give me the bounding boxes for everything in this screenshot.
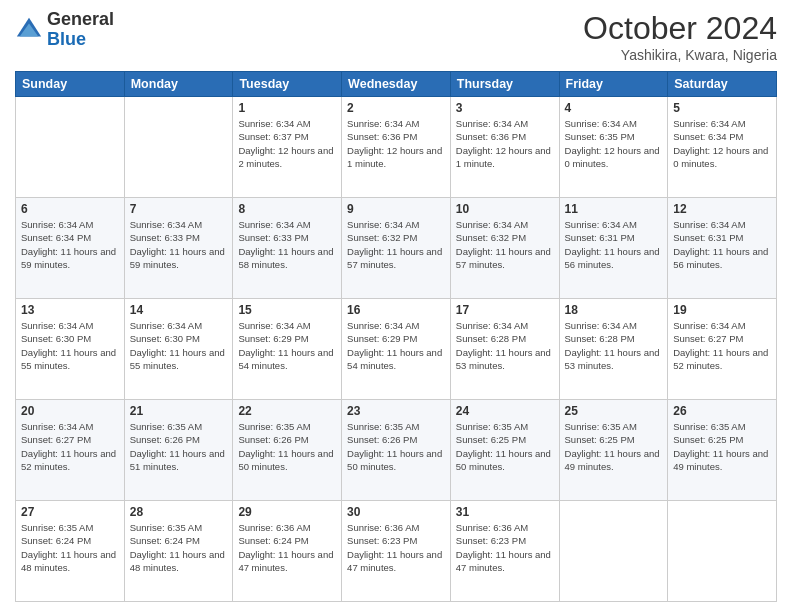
- day-info: Sunrise: 6:34 AMSunset: 6:34 PMDaylight:…: [673, 117, 771, 170]
- col-thursday: Thursday: [450, 72, 559, 97]
- week-row-0: 1Sunrise: 6:34 AMSunset: 6:37 PMDaylight…: [16, 97, 777, 198]
- day-cell: 20Sunrise: 6:34 AMSunset: 6:27 PMDayligh…: [16, 400, 125, 501]
- day-cell: 14Sunrise: 6:34 AMSunset: 6:30 PMDayligh…: [124, 299, 233, 400]
- day-cell: 6Sunrise: 6:34 AMSunset: 6:34 PMDaylight…: [16, 198, 125, 299]
- day-info: Sunrise: 6:35 AMSunset: 6:24 PMDaylight:…: [130, 521, 228, 574]
- day-info: Sunrise: 6:36 AMSunset: 6:24 PMDaylight:…: [238, 521, 336, 574]
- day-number: 30: [347, 505, 445, 519]
- month-title: October 2024: [583, 10, 777, 47]
- day-cell: 8Sunrise: 6:34 AMSunset: 6:33 PMDaylight…: [233, 198, 342, 299]
- title-block: October 2024 Yashikira, Kwara, Nigeria: [583, 10, 777, 63]
- day-info: Sunrise: 6:35 AMSunset: 6:25 PMDaylight:…: [673, 420, 771, 473]
- day-number: 21: [130, 404, 228, 418]
- day-cell: 27Sunrise: 6:35 AMSunset: 6:24 PMDayligh…: [16, 501, 125, 602]
- week-row-4: 27Sunrise: 6:35 AMSunset: 6:24 PMDayligh…: [16, 501, 777, 602]
- day-cell: 26Sunrise: 6:35 AMSunset: 6:25 PMDayligh…: [668, 400, 777, 501]
- col-monday: Monday: [124, 72, 233, 97]
- day-info: Sunrise: 6:34 AMSunset: 6:37 PMDaylight:…: [238, 117, 336, 170]
- day-cell: 2Sunrise: 6:34 AMSunset: 6:36 PMDaylight…: [342, 97, 451, 198]
- col-wednesday: Wednesday: [342, 72, 451, 97]
- day-number: 3: [456, 101, 554, 115]
- day-cell: 4Sunrise: 6:34 AMSunset: 6:35 PMDaylight…: [559, 97, 668, 198]
- day-info: Sunrise: 6:34 AMSunset: 6:33 PMDaylight:…: [130, 218, 228, 271]
- logo-general: General: [47, 9, 114, 29]
- day-info: Sunrise: 6:34 AMSunset: 6:28 PMDaylight:…: [456, 319, 554, 372]
- day-number: 20: [21, 404, 119, 418]
- day-number: 12: [673, 202, 771, 216]
- day-number: 11: [565, 202, 663, 216]
- day-number: 23: [347, 404, 445, 418]
- day-cell: 30Sunrise: 6:36 AMSunset: 6:23 PMDayligh…: [342, 501, 451, 602]
- col-saturday: Saturday: [668, 72, 777, 97]
- day-info: Sunrise: 6:34 AMSunset: 6:31 PMDaylight:…: [673, 218, 771, 271]
- day-number: 18: [565, 303, 663, 317]
- week-row-2: 13Sunrise: 6:34 AMSunset: 6:30 PMDayligh…: [16, 299, 777, 400]
- week-row-1: 6Sunrise: 6:34 AMSunset: 6:34 PMDaylight…: [16, 198, 777, 299]
- location: Yashikira, Kwara, Nigeria: [583, 47, 777, 63]
- logo-icon: [15, 16, 43, 44]
- day-info: Sunrise: 6:34 AMSunset: 6:35 PMDaylight:…: [565, 117, 663, 170]
- day-number: 10: [456, 202, 554, 216]
- day-cell: 29Sunrise: 6:36 AMSunset: 6:24 PMDayligh…: [233, 501, 342, 602]
- day-number: 7: [130, 202, 228, 216]
- day-cell: 16Sunrise: 6:34 AMSunset: 6:29 PMDayligh…: [342, 299, 451, 400]
- logo: General Blue: [15, 10, 114, 50]
- day-cell: 17Sunrise: 6:34 AMSunset: 6:28 PMDayligh…: [450, 299, 559, 400]
- day-cell: 23Sunrise: 6:35 AMSunset: 6:26 PMDayligh…: [342, 400, 451, 501]
- day-cell: 22Sunrise: 6:35 AMSunset: 6:26 PMDayligh…: [233, 400, 342, 501]
- day-number: 17: [456, 303, 554, 317]
- day-number: 19: [673, 303, 771, 317]
- day-info: Sunrise: 6:35 AMSunset: 6:26 PMDaylight:…: [238, 420, 336, 473]
- day-cell: 21Sunrise: 6:35 AMSunset: 6:26 PMDayligh…: [124, 400, 233, 501]
- day-number: 25: [565, 404, 663, 418]
- day-cell: 15Sunrise: 6:34 AMSunset: 6:29 PMDayligh…: [233, 299, 342, 400]
- col-tuesday: Tuesday: [233, 72, 342, 97]
- day-info: Sunrise: 6:36 AMSunset: 6:23 PMDaylight:…: [456, 521, 554, 574]
- day-info: Sunrise: 6:34 AMSunset: 6:29 PMDaylight:…: [238, 319, 336, 372]
- day-number: 6: [21, 202, 119, 216]
- day-info: Sunrise: 6:34 AMSunset: 6:31 PMDaylight:…: [565, 218, 663, 271]
- header: General Blue October 2024 Yashikira, Kwa…: [15, 10, 777, 63]
- day-info: Sunrise: 6:34 AMSunset: 6:30 PMDaylight:…: [130, 319, 228, 372]
- day-number: 9: [347, 202, 445, 216]
- day-cell: 24Sunrise: 6:35 AMSunset: 6:25 PMDayligh…: [450, 400, 559, 501]
- day-cell: 5Sunrise: 6:34 AMSunset: 6:34 PMDaylight…: [668, 97, 777, 198]
- day-number: 2: [347, 101, 445, 115]
- col-sunday: Sunday: [16, 72, 125, 97]
- day-cell: 11Sunrise: 6:34 AMSunset: 6:31 PMDayligh…: [559, 198, 668, 299]
- day-info: Sunrise: 6:35 AMSunset: 6:25 PMDaylight:…: [565, 420, 663, 473]
- day-info: Sunrise: 6:34 AMSunset: 6:32 PMDaylight:…: [456, 218, 554, 271]
- day-info: Sunrise: 6:34 AMSunset: 6:33 PMDaylight:…: [238, 218, 336, 271]
- day-number: 5: [673, 101, 771, 115]
- day-info: Sunrise: 6:36 AMSunset: 6:23 PMDaylight:…: [347, 521, 445, 574]
- day-number: 24: [456, 404, 554, 418]
- day-number: 14: [130, 303, 228, 317]
- day-cell: 28Sunrise: 6:35 AMSunset: 6:24 PMDayligh…: [124, 501, 233, 602]
- day-info: Sunrise: 6:34 AMSunset: 6:36 PMDaylight:…: [347, 117, 445, 170]
- day-number: 8: [238, 202, 336, 216]
- page: General Blue October 2024 Yashikira, Kwa…: [0, 0, 792, 612]
- day-info: Sunrise: 6:35 AMSunset: 6:24 PMDaylight:…: [21, 521, 119, 574]
- day-number: 31: [456, 505, 554, 519]
- day-info: Sunrise: 6:34 AMSunset: 6:30 PMDaylight:…: [21, 319, 119, 372]
- calendar-table: Sunday Monday Tuesday Wednesday Thursday…: [15, 71, 777, 602]
- day-number: 26: [673, 404, 771, 418]
- day-cell: 13Sunrise: 6:34 AMSunset: 6:30 PMDayligh…: [16, 299, 125, 400]
- day-cell: 10Sunrise: 6:34 AMSunset: 6:32 PMDayligh…: [450, 198, 559, 299]
- day-cell: [668, 501, 777, 602]
- day-cell: 18Sunrise: 6:34 AMSunset: 6:28 PMDayligh…: [559, 299, 668, 400]
- logo-blue-text: Blue: [47, 29, 86, 49]
- day-cell: [559, 501, 668, 602]
- day-info: Sunrise: 6:35 AMSunset: 6:25 PMDaylight:…: [456, 420, 554, 473]
- day-cell: 25Sunrise: 6:35 AMSunset: 6:25 PMDayligh…: [559, 400, 668, 501]
- day-info: Sunrise: 6:35 AMSunset: 6:26 PMDaylight:…: [347, 420, 445, 473]
- day-number: 16: [347, 303, 445, 317]
- day-number: 1: [238, 101, 336, 115]
- day-cell: 1Sunrise: 6:34 AMSunset: 6:37 PMDaylight…: [233, 97, 342, 198]
- day-cell: 31Sunrise: 6:36 AMSunset: 6:23 PMDayligh…: [450, 501, 559, 602]
- day-info: Sunrise: 6:34 AMSunset: 6:32 PMDaylight:…: [347, 218, 445, 271]
- day-number: 28: [130, 505, 228, 519]
- day-info: Sunrise: 6:34 AMSunset: 6:29 PMDaylight:…: [347, 319, 445, 372]
- logo-text: General Blue: [47, 10, 114, 50]
- day-info: Sunrise: 6:34 AMSunset: 6:28 PMDaylight:…: [565, 319, 663, 372]
